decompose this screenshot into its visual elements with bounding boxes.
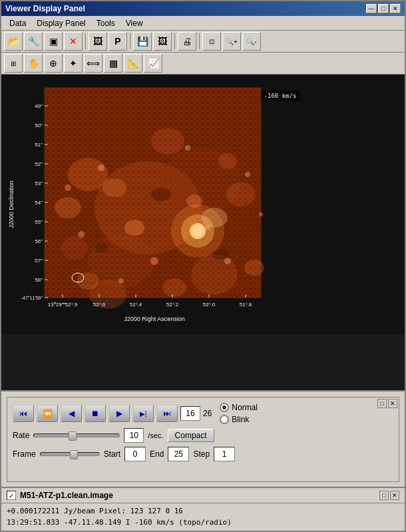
open-button[interactable]: 📂 bbox=[4, 32, 23, 51]
frame-slider[interactable] bbox=[40, 452, 100, 456]
status-checkbox[interactable]: ✓ bbox=[7, 491, 16, 500]
svg-text:58": 58" bbox=[35, 277, 43, 283]
svg-point-43 bbox=[151, 188, 171, 201]
svg-text:52ˢ.0: 52ˢ.0 bbox=[203, 302, 216, 308]
position-button[interactable]: ✦ bbox=[64, 54, 83, 73]
normal-radio[interactable] bbox=[220, 403, 229, 412]
menu-view[interactable]: View bbox=[120, 17, 148, 29]
region-button[interactable]: ▩ bbox=[104, 54, 122, 73]
svg-text:J2000 Declination: J2000 Declination bbox=[8, 180, 15, 228]
maximize-button[interactable]: □ bbox=[378, 4, 389, 13]
svg-text:56": 56" bbox=[35, 238, 43, 244]
compact-button[interactable]: Compact bbox=[168, 429, 214, 442]
frame-total-display: 26 bbox=[203, 409, 212, 418]
zoom-out-button[interactable]: 🔍- bbox=[242, 32, 261, 51]
print-button[interactable]: 🖨 bbox=[178, 32, 196, 51]
zoom-fit-button[interactable]: ⊡ bbox=[202, 32, 221, 51]
crosshair-button[interactable]: ⊕ bbox=[44, 54, 63, 73]
rate-label: Rate bbox=[13, 431, 29, 440]
zoom-rect-button[interactable]: ⊞ bbox=[4, 54, 23, 73]
blink-mode-option[interactable]: Blink bbox=[220, 415, 258, 424]
skip-to-end-button[interactable]: ⏭ bbox=[156, 405, 178, 422]
toolbar-sep-1 bbox=[85, 33, 86, 49]
animation-panel: □ ✕ ⏮ ⏪ ◀ ⏹ ▶ ▶| ⏭ 16 26 Normal bbox=[1, 390, 405, 487]
status-corner-buttons: □ ✕ bbox=[379, 491, 399, 500]
skip-to-start-button[interactable]: ⏮ bbox=[13, 405, 34, 422]
status-filename: M51-ATZ-p1.clean.image bbox=[20, 491, 113, 500]
blink-mode-label: Blink bbox=[232, 415, 249, 424]
frame-slider-thumb[interactable] bbox=[70, 450, 78, 459]
rate-slider-thumb[interactable] bbox=[69, 431, 77, 441]
title-bar-buttons: — □ ✕ bbox=[366, 4, 401, 13]
svg-point-31 bbox=[78, 231, 85, 238]
rate-slider[interactable] bbox=[33, 433, 120, 437]
step-value-input[interactable]: 1 bbox=[214, 447, 235, 461]
menu-data[interactable]: Data bbox=[4, 17, 31, 29]
end-value-input[interactable]: 25 bbox=[168, 447, 189, 461]
panel-restore-button[interactable]: □ bbox=[377, 399, 387, 408]
svg-text:52ˢ.4: 52ˢ.4 bbox=[130, 302, 142, 308]
svg-point-17 bbox=[226, 182, 256, 206]
svg-point-21 bbox=[102, 178, 126, 197]
pan-button[interactable]: ✋ bbox=[24, 54, 43, 73]
menu-tools[interactable]: Tools bbox=[91, 17, 120, 29]
playback-mode-group: Normal Blink bbox=[220, 403, 258, 424]
play-button[interactable]: ▶ bbox=[108, 405, 130, 422]
toolbar-sep-2 bbox=[130, 33, 130, 49]
svg-text:-47°11'59": -47°11'59" bbox=[21, 296, 43, 300]
svg-text:52ˢ.6: 52ˢ.6 bbox=[93, 302, 106, 308]
svg-text:51ˢ.8: 51ˢ.8 bbox=[240, 302, 252, 308]
profile-button[interactable]: 📈 bbox=[144, 54, 162, 73]
playback-controls: ⏮ ⏪ ◀ ⏹ ▶ ▶| ⏭ 16 26 Normal Blink bbox=[13, 403, 393, 424]
normal-mode-label: Normal bbox=[232, 403, 258, 412]
close-data-button[interactable]: ✕ bbox=[64, 32, 83, 51]
svg-point-25 bbox=[55, 197, 81, 218]
svg-point-30 bbox=[245, 172, 250, 177]
panel-close-button[interactable]: ✕ bbox=[388, 399, 397, 408]
svg-point-44 bbox=[213, 249, 229, 260]
step-back-button[interactable]: ◀ bbox=[61, 405, 82, 422]
frame-current-display: 16 bbox=[180, 406, 200, 421]
svg-text:J2000 Right Ascension: J2000 Right Ascension bbox=[124, 316, 185, 322]
start-value-input[interactable]: 0 bbox=[124, 447, 146, 461]
marker-button[interactable]: P bbox=[108, 32, 127, 51]
svg-text:55": 55" bbox=[35, 219, 43, 225]
svg-point-27 bbox=[98, 164, 104, 171]
export-button[interactable]: 🖼 bbox=[153, 32, 172, 51]
animation-panel-inner: □ ✕ ⏮ ⏪ ◀ ⏹ ▶ ▶| ⏭ 16 26 Normal bbox=[7, 397, 399, 482]
svg-point-16 bbox=[61, 236, 88, 260]
panel-corner-buttons: □ ✕ bbox=[377, 399, 397, 408]
close-button[interactable]: ✕ bbox=[390, 4, 401, 13]
zoom-in-button[interactable]: 🔍+ bbox=[222, 32, 241, 51]
end-label: End bbox=[150, 449, 164, 459]
svg-text:52": 52" bbox=[35, 161, 43, 167]
status-close-button[interactable]: ✕ bbox=[390, 491, 399, 500]
menu-display-panel[interactable]: Display Panel bbox=[31, 17, 91, 29]
measure-button[interactable]: 📐 bbox=[124, 54, 142, 73]
rate-value-display: 10 bbox=[124, 428, 144, 443]
svg-point-32 bbox=[185, 145, 190, 150]
toolbar-row1: 📂 🔧 ▣ ✕ 🖼 P 💾 🖼 🖨 ⊡ 🔍+ 🔍- bbox=[1, 31, 405, 53]
panel-button[interactable]: ▣ bbox=[44, 32, 63, 51]
svg-text:51": 51" bbox=[35, 142, 43, 148]
adjust-button[interactable]: ⟺ bbox=[84, 54, 102, 73]
step-forward-button[interactable]: ▶| bbox=[132, 405, 154, 422]
frame-label: Frame bbox=[13, 449, 36, 459]
svg-point-23 bbox=[77, 272, 99, 290]
blink-radio[interactable] bbox=[220, 415, 229, 424]
settings-button[interactable]: 🔧 bbox=[24, 32, 43, 51]
start-label: Start bbox=[104, 449, 120, 459]
status-restore-button[interactable]: □ bbox=[379, 491, 389, 500]
image-button[interactable]: 🖼 bbox=[89, 32, 107, 51]
svg-point-15 bbox=[151, 128, 184, 154]
save-button[interactable]: 💾 bbox=[133, 32, 152, 51]
normal-mode-option[interactable]: Normal bbox=[220, 403, 258, 412]
window-title: Viewer Display Panel bbox=[5, 4, 85, 13]
step-back-fast-button[interactable]: ⏪ bbox=[37, 405, 58, 422]
svg-text:53": 53" bbox=[35, 180, 43, 186]
status-info: +0.000172211 Jy/beam Pixel: 123 127 0 16… bbox=[1, 503, 405, 531]
stop-button[interactable]: ⏹ bbox=[85, 405, 106, 422]
minimize-button[interactable]: — bbox=[366, 4, 377, 13]
svg-text:57": 57" bbox=[35, 258, 43, 264]
step-label: Step bbox=[193, 449, 210, 459]
